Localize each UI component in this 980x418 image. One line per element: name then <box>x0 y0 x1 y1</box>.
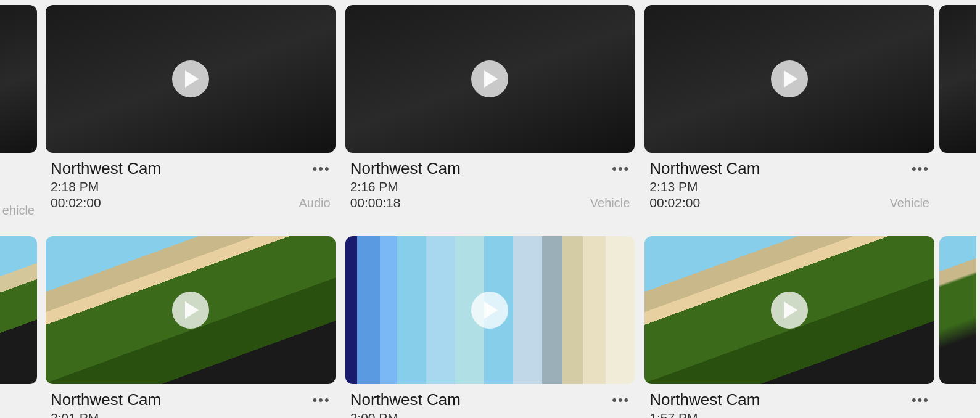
partial-thumb-left-2[interactable] <box>0 236 37 384</box>
clip-card-1-1: Northwest Cam ••• 2:18 PM 00:02:00 Audio <box>41 5 340 219</box>
clip-title-2-1: Northwest Cam <box>51 390 161 409</box>
clip-tag-1-2: Vehicle <box>590 196 630 210</box>
clip-menu-1-3[interactable]: ••• <box>912 161 929 177</box>
clip-info-2-1: Northwest Cam ••• 2:01 PM 00:01:24 Vehic… <box>46 384 336 418</box>
left-partial-2: udio <box>0 236 41 418</box>
clip-title-2-3: Northwest Cam <box>649 390 760 409</box>
thumb-bg-1-3 <box>644 5 934 153</box>
clip-time-1-1: 2:18 PM <box>51 179 331 194</box>
clip-title-1-1: Northwest Cam <box>51 159 161 178</box>
clip-header-1-1: Northwest Cam ••• <box>51 159 331 178</box>
clip-footer-1-3: 00:02:00 Vehicle <box>649 195 929 210</box>
clip-duration-1-3: 00:02:00 <box>649 195 700 210</box>
clip-card-1-3: Northwest Cam ••• 2:13 PM 00:02:00 Vehic… <box>640 5 939 219</box>
clip-title-1-2: Northwest Cam <box>350 159 461 178</box>
clip-thumb-2-3[interactable] <box>644 236 934 384</box>
clip-duration-1-1: 00:02:00 <box>51 195 101 210</box>
clip-thumb-1-3[interactable] <box>644 5 934 153</box>
thumb-bg-2-3 <box>644 236 934 384</box>
clip-time-2-3: 1:57 PM <box>649 411 929 418</box>
thumb-bg-2-1 <box>46 236 336 384</box>
clip-header-1-2: Northwest Cam ••• <box>350 159 630 178</box>
clip-thumb-1-2[interactable] <box>345 5 635 153</box>
clip-tag-1-1: Audio <box>299 196 331 210</box>
clip-info-2-2: Northwest Cam ••• 2:00 PM 00:02:00 Audio <box>345 384 635 418</box>
partial-thumb-right-2[interactable] <box>939 236 976 384</box>
row-1: ehicle Northwest Cam ••• 2:18 PM 00:02:0… <box>0 0 980 231</box>
clip-card-2-1: Northwest Cam ••• 2:01 PM 00:01:24 Vehic… <box>41 236 340 418</box>
clip-footer-1-2: 00:00:18 Vehicle <box>350 195 630 210</box>
clip-menu-2-1[interactable]: ••• <box>313 392 331 408</box>
thumb-bg-1-2 <box>345 5 635 153</box>
thumb-bg-1-1 <box>46 5 336 153</box>
clip-time-1-2: 2:16 PM <box>350 179 630 194</box>
row-2: udio Northwest Cam ••• 2:01 PM 00:01:24 … <box>0 231 980 418</box>
clip-title-2-2: Northwest Cam <box>350 390 461 409</box>
partial-thumb-right-1[interactable] <box>939 5 976 153</box>
partial-thumb-left-1[interactable] <box>0 5 37 153</box>
clip-card-1-2: Northwest Cam ••• 2:16 PM 00:00:18 Vehic… <box>340 5 640 219</box>
clip-header-2-1: Northwest Cam ••• <box>51 390 331 409</box>
clip-menu-1-1[interactable]: ••• <box>313 161 331 177</box>
partial-tag-left-1: ehicle <box>0 203 37 218</box>
clip-header-2-2: Northwest Cam ••• <box>350 390 630 409</box>
clip-title-1-3: Northwest Cam <box>649 159 760 178</box>
clip-menu-1-2[interactable]: ••• <box>612 161 630 177</box>
clip-time-1-3: 2:13 PM <box>649 179 929 194</box>
clip-info-1-3: Northwest Cam ••• 2:13 PM 00:02:00 Vehic… <box>644 153 934 219</box>
left-partial-1: ehicle <box>0 5 41 226</box>
clip-info-2-3: Northwest Cam ••• 1:57 PM 00:02:00 Vehic… <box>644 384 934 418</box>
clip-duration-1-2: 00:00:18 <box>350 195 401 210</box>
clip-time-2-2: 2:00 PM <box>350 411 630 418</box>
clip-info-1-2: Northwest Cam ••• 2:16 PM 00:00:18 Vehic… <box>345 153 635 219</box>
clip-card-2-2: Northwest Cam ••• 2:00 PM 00:02:00 Audio <box>340 236 640 418</box>
clip-thumb-2-2[interactable] <box>345 236 635 384</box>
clip-thumb-2-1[interactable] <box>46 236 336 384</box>
clip-tag-1-3: Vehicle <box>890 196 930 210</box>
video-grid: ehicle Northwest Cam ••• 2:18 PM 00:02:0… <box>0 0 980 418</box>
clip-header-2-3: Northwest Cam ••• <box>649 390 929 409</box>
clip-footer-1-1: 00:02:00 Audio <box>51 195 331 210</box>
clip-time-2-1: 2:01 PM <box>51 411 331 418</box>
thumb-bg-2-2 <box>345 236 635 384</box>
clip-menu-2-2[interactable]: ••• <box>612 392 630 408</box>
clip-thumb-1-1[interactable] <box>46 5 336 153</box>
right-partial-1 <box>939 5 980 212</box>
clip-info-1-1: Northwest Cam ••• 2:18 PM 00:02:00 Audio <box>46 153 336 219</box>
right-partial-2 <box>939 236 980 418</box>
clip-header-1-3: Northwest Cam ••• <box>649 159 929 178</box>
clip-menu-2-3[interactable]: ••• <box>912 392 929 408</box>
clip-card-2-3: Northwest Cam ••• 1:57 PM 00:02:00 Vehic… <box>640 236 939 418</box>
